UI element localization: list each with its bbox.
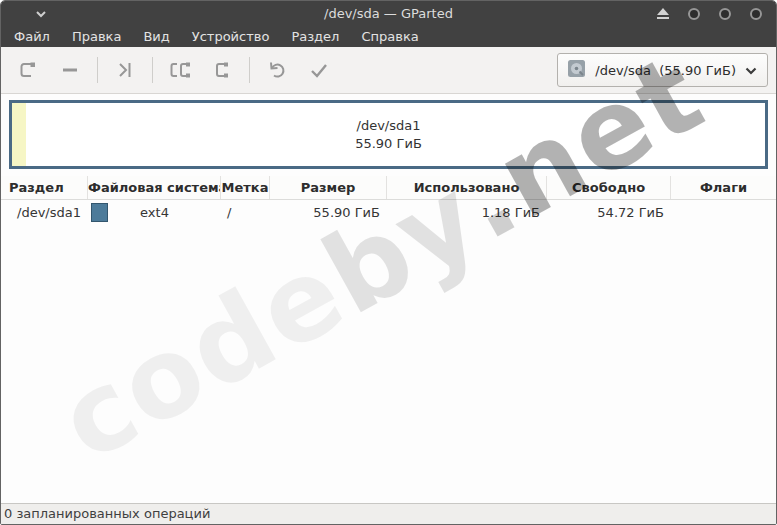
eject-icon[interactable]: [657, 8, 669, 15]
device-selector[interactable]: /dev/sda (55.90 ГиБ): [557, 53, 768, 87]
chevron-down-icon: [745, 63, 757, 78]
cell-size: 55.90 ГиБ: [270, 200, 387, 225]
copy-icon: [168, 59, 192, 81]
copy-button[interactable]: [163, 53, 197, 87]
partition-box-labels: /dev/sda1 55.90 ГиБ: [355, 117, 422, 153]
delete-partition-icon: [59, 59, 81, 81]
table-row[interactable]: /dev/sda1 ext4 / 55.90 ГиБ 1.18 ГиБ 54.7…: [1, 200, 776, 225]
column-header-partition[interactable]: Раздел: [1, 176, 88, 199]
partition-size: 55.90 ГиБ: [355, 135, 422, 153]
paste-button[interactable]: [205, 53, 239, 87]
filesystem-name: ext4: [140, 205, 169, 220]
resize-move-button[interactable]: [108, 53, 142, 87]
window-controls: [657, 8, 776, 20]
titlebar: /dev/sda — GParted: [1, 1, 776, 26]
menu-item-edit[interactable]: Правка: [61, 26, 132, 47]
toolbar-separator: [152, 57, 153, 83]
maximize-button[interactable]: [719, 8, 731, 20]
menu-item-partition[interactable]: Раздел: [280, 26, 350, 47]
new-partition-icon: [17, 59, 39, 81]
cell-partition: /dev/sda1: [1, 200, 88, 225]
gparted-window: /dev/sda — GParted Файл Правка Вид Устро…: [0, 0, 777, 525]
partition-box[interactable]: /dev/sda1 55.90 ГиБ: [9, 100, 768, 169]
apply-icon: [308, 59, 330, 81]
paste-icon: [211, 59, 233, 81]
undo-icon: [266, 59, 288, 81]
menu-item-view[interactable]: Вид: [132, 26, 180, 47]
statusbar: 0 запланированных операций: [1, 503, 776, 524]
column-header-filesystem[interactable]: Файловая система: [88, 176, 221, 199]
toolbar-separator: [97, 57, 98, 83]
apply-button[interactable]: [302, 53, 336, 87]
close-button[interactable]: [750, 8, 762, 20]
minimize-button[interactable]: [688, 8, 700, 20]
filesystem-color-swatch: [91, 203, 108, 222]
column-header-used[interactable]: Использовано: [387, 176, 547, 199]
cell-label: /: [221, 200, 270, 225]
used-space-indicator: [12, 103, 26, 166]
undo-button[interactable]: [260, 53, 294, 87]
table-empty-area: [1, 225, 776, 503]
resize-move-icon: [114, 59, 136, 81]
cell-free: 54.72 ГиБ: [547, 200, 671, 225]
new-partition-button[interactable]: [11, 53, 45, 87]
delete-partition-button[interactable]: [53, 53, 87, 87]
cell-filesystem: ext4: [88, 200, 221, 225]
menu-item-file[interactable]: Файл: [3, 26, 61, 47]
chevron-down-icon[interactable]: [35, 10, 47, 18]
toolbar: /dev/sda (55.90 ГиБ): [1, 47, 776, 94]
hard-drive-icon: [567, 59, 586, 81]
cell-flags: [671, 200, 776, 225]
partition-name: /dev/sda1: [355, 117, 422, 135]
menubar: Файл Правка Вид Устройство Раздел Справк…: [1, 26, 776, 47]
cell-used: 1.18 ГиБ: [387, 200, 547, 225]
column-header-label[interactable]: Метка: [221, 176, 270, 199]
partition-visual-panel: /dev/sda1 55.90 ГиБ: [1, 94, 776, 176]
toolbar-separator: [249, 57, 250, 83]
menu-item-device[interactable]: Устройство: [181, 26, 281, 47]
column-header-free[interactable]: Свободно: [547, 176, 671, 199]
partition-table: Раздел Файловая система Метка Размер Исп…: [1, 176, 776, 503]
device-selector-label: /dev/sda (55.90 ГиБ): [595, 63, 736, 78]
column-header-size[interactable]: Размер: [270, 176, 387, 199]
table-header: Раздел Файловая система Метка Размер Исп…: [1, 176, 776, 200]
column-header-flags[interactable]: Флаги: [671, 176, 776, 199]
menu-item-help[interactable]: Справка: [350, 26, 429, 47]
